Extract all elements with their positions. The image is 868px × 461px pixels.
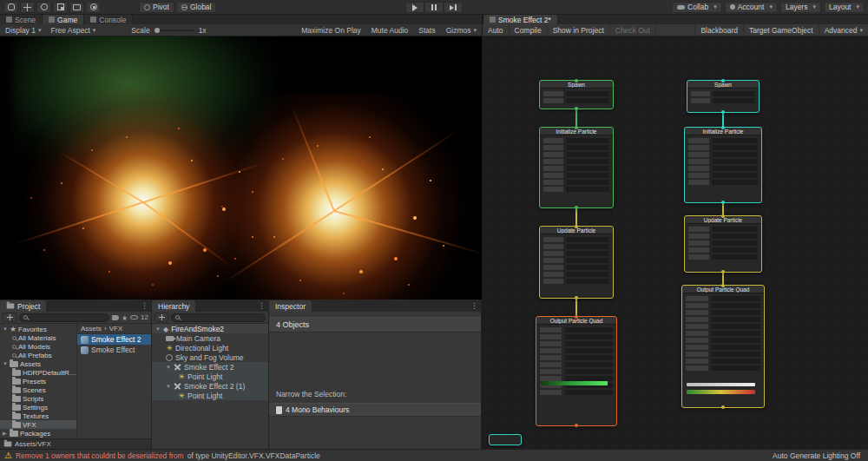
account-dropdown[interactable]: Account bbox=[725, 2, 778, 13]
asset-smoke-effect[interactable]: Smoke Effect bbox=[77, 345, 151, 355]
folder-vfx[interactable]: VFX bbox=[0, 420, 76, 429]
gradient-field[interactable] bbox=[541, 381, 608, 385]
breadcrumb-root[interactable]: Assets bbox=[81, 325, 102, 333]
play-button[interactable] bbox=[405, 2, 424, 13]
pane-divider[interactable] bbox=[482, 15, 483, 449]
scale-slider[interactable] bbox=[155, 30, 194, 31]
vfx-node-spawn-right[interactable]: Spawn bbox=[687, 80, 760, 113]
game-view[interactable] bbox=[0, 36, 482, 300]
gameobject-sky-fog-volume[interactable]: Sky and Fog Volume bbox=[152, 352, 268, 362]
step-button[interactable] bbox=[444, 2, 463, 13]
tab-console[interactable]: Console bbox=[84, 15, 133, 24]
vfx-show-in-project-button[interactable]: Show in Project bbox=[548, 24, 610, 36]
vfx-node-output-right[interactable]: Output Particle Quad bbox=[681, 285, 765, 408]
gizmos-dropdown[interactable]: Gizmos bbox=[444, 25, 479, 36]
vfx-node-spawn-left[interactable]: Spawn bbox=[539, 80, 614, 109]
vfx-compile-button[interactable]: Compile bbox=[510, 24, 548, 36]
gameobject-main-camera[interactable]: Main Camera bbox=[152, 333, 268, 343]
project-assets-root[interactable]: Assets bbox=[0, 359, 76, 368]
mute-audio-toggle[interactable]: Mute Audio bbox=[369, 25, 411, 36]
folder-textures[interactable]: Textures bbox=[0, 412, 76, 420]
create-object-button[interactable] bbox=[155, 313, 168, 322]
status-warning-type[interactable]: of type UnityEditor.VFX.VFXDataParticle bbox=[187, 451, 320, 460]
pause-button[interactable] bbox=[424, 2, 444, 13]
tab-vfx-smoke-effect-2[interactable]: Smoke Effect 2* bbox=[483, 15, 558, 24]
vfx-node-update-left[interactable]: Update Particle bbox=[539, 226, 614, 299]
vfx-auto-toggle[interactable]: Auto bbox=[483, 24, 510, 36]
favorite-all-materials[interactable]: All Materials bbox=[0, 333, 76, 342]
folder-settings[interactable]: Settings bbox=[0, 403, 76, 412]
pivot-toggle-button[interactable]: Pivot bbox=[139, 2, 174, 13]
rect-tool-button[interactable] bbox=[69, 2, 84, 13]
panel-menu-icon[interactable] bbox=[470, 301, 478, 310]
project-folder-tree[interactable]: Favorites All Materials All Models All P… bbox=[0, 324, 76, 438]
hierarchy-search-input[interactable] bbox=[171, 313, 266, 322]
move-tool-button[interactable] bbox=[20, 2, 35, 13]
gameobject-directional-light[interactable]: Directional Light bbox=[152, 343, 268, 352]
status-warning-text[interactable]: Remove 1 owners that couldnt be deserial… bbox=[16, 451, 184, 460]
search-by-label-icon[interactable] bbox=[112, 315, 119, 320]
tab-hierarchy[interactable]: Hierarchy bbox=[152, 300, 195, 312]
rotate-tool-button[interactable] bbox=[36, 2, 51, 13]
favorite-all-prefabs[interactable]: All Prefabs bbox=[0, 351, 76, 359]
save-search-icon[interactable] bbox=[122, 313, 128, 322]
auto-generate-lighting-button[interactable]: Auto Generate Lighting Off bbox=[773, 451, 864, 460]
tab-scene[interactable]: Scene bbox=[0, 15, 43, 24]
scale-slider-knob[interactable] bbox=[155, 28, 160, 33]
foldout-arrow-icon[interactable] bbox=[166, 384, 171, 389]
scene-root-row[interactable]: FireAndSmoke2 bbox=[152, 324, 268, 333]
project-favorites-root[interactable]: Favorites bbox=[0, 325, 76, 333]
gameobject-point-light[interactable]: Point Light bbox=[152, 372, 268, 381]
folder-scripts[interactable]: Scripts bbox=[0, 394, 76, 403]
vfx-graph-canvas[interactable]: Spawn Initialize Particle Update Particl… bbox=[483, 36, 868, 449]
layout-dropdown[interactable]: Layout bbox=[824, 2, 865, 13]
vfx-advanced-dropdown[interactable]: Advanced bbox=[819, 24, 868, 36]
panel-menu-icon[interactable] bbox=[258, 301, 266, 310]
scale-tool-button[interactable] bbox=[53, 2, 68, 13]
vfx-node-output-left[interactable]: Output Particle Quad bbox=[536, 316, 617, 426]
foldout-arrow-icon[interactable] bbox=[166, 365, 171, 370]
gradient-field[interactable] bbox=[687, 390, 755, 394]
panel-menu-icon[interactable] bbox=[141, 301, 148, 310]
vfx-node-update-right[interactable]: Update Particle bbox=[684, 215, 762, 273]
gameobject-smoke-effect-2-1[interactable]: Smoke Effect 2 (1) bbox=[152, 381, 268, 391]
aspect-dropdown[interactable]: Free Aspect bbox=[48, 25, 98, 36]
tab-project[interactable]: Project bbox=[0, 300, 46, 312]
collab-dropdown[interactable]: Collab bbox=[672, 2, 722, 13]
foldout-arrow-icon[interactable] bbox=[3, 326, 8, 332]
folder-presets[interactable]: Presets bbox=[0, 377, 76, 385]
foldout-arrow-icon[interactable] bbox=[3, 431, 8, 436]
maximize-on-play-toggle[interactable]: Maximize On Play bbox=[299, 25, 364, 36]
project-file-list[interactable]: Assets › VFX Smoke Effect 2 Smoke Effect bbox=[77, 324, 151, 438]
transform-tool-button[interactable] bbox=[86, 2, 101, 13]
asset-smoke-effect-2[interactable]: Smoke Effect 2 bbox=[77, 334, 151, 345]
project-packages-root[interactable]: Packages bbox=[0, 429, 76, 438]
layers-dropdown[interactable]: Layers bbox=[780, 2, 821, 13]
favorite-all-models[interactable]: All Models bbox=[0, 342, 76, 351]
folder-hdrpdefaultresources[interactable]: HDRPDefaultResources bbox=[0, 368, 76, 377]
foldout-arrow-icon[interactable] bbox=[3, 361, 8, 366]
vfx-check-out-button[interactable]: Check Out bbox=[610, 24, 656, 36]
tab-inspector[interactable]: Inspector bbox=[269, 300, 312, 312]
global-toggle-button[interactable]: Global bbox=[176, 2, 217, 13]
breadcrumb-leaf[interactable]: VFX bbox=[109, 325, 123, 333]
vfx-node-collapsed[interactable] bbox=[489, 434, 522, 445]
vfx-node-initialize-left[interactable]: Initialize Particle bbox=[539, 127, 614, 208]
vfx-node-initialize-right[interactable]: Initialize Particle bbox=[684, 127, 762, 203]
hand-tool-button[interactable] bbox=[3, 2, 18, 13]
hierarchy-tree[interactable]: FireAndSmoke2 Main Camera Directional Li… bbox=[152, 324, 268, 449]
display-dropdown[interactable]: Display 1 bbox=[3, 25, 43, 36]
mono-behaviours-row[interactable]: 4 Mono Behaviours bbox=[269, 403, 481, 417]
gameobject-point-light-2[interactable]: Point Light bbox=[152, 391, 268, 400]
create-asset-button[interactable] bbox=[3, 313, 16, 322]
project-search-input[interactable] bbox=[19, 313, 109, 322]
curve-field[interactable] bbox=[687, 383, 755, 386]
stats-toggle[interactable]: Stats bbox=[416, 25, 437, 36]
gameobject-smoke-effect-2[interactable]: Smoke Effect 2 bbox=[152, 362, 268, 372]
vfx-target-gameobject-toggle[interactable]: Target GameObject bbox=[743, 24, 819, 36]
folder-scenes[interactable]: Scenes bbox=[0, 385, 76, 394]
hidden-packages-eye-icon[interactable] bbox=[130, 315, 138, 319]
tab-game[interactable]: Game bbox=[43, 15, 84, 24]
foldout-arrow-icon[interactable] bbox=[155, 326, 161, 332]
vfx-blackboard-toggle[interactable]: Blackboard bbox=[694, 24, 743, 36]
